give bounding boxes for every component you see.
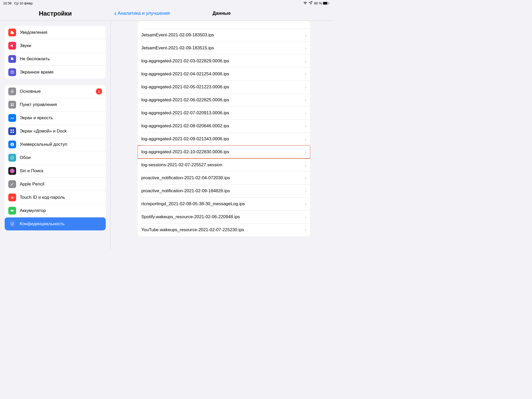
sidebar-item-label: Экранное время [20,70,102,75]
svg-point-4 [12,31,14,32]
log-file-row[interactable]: log-aggregated-2021-02-06-022825.0006.ip… [138,94,310,107]
sidebar-item-home[interactable]: Экран «Домой» и Dock [5,125,106,138]
log-file-row[interactable]: log-aggregated-2021-02-09-021343.0006.ip… [138,132,310,145]
chevron-right-icon: › [305,71,307,77]
log-file-name: log-aggregated-2021-02-06-022825.0006.ip… [141,97,229,103]
log-file-row[interactable]: proactive_notification-2021-02-09-184826… [138,184,310,197]
log-file-row[interactable]: Spotify.wakeups_resource-2021-02-06-2209… [138,210,310,223]
battery-indicator: 80 % [314,1,329,5]
log-file-name: JetsamEvent-2021-02-09-183503.ips [141,32,214,38]
sounds-icon [8,42,16,50]
privacy-icon [8,220,16,228]
chevron-right-icon: › [305,136,307,142]
svg-point-6 [11,91,13,92]
wallpaper-icon [8,154,16,162]
chevron-right-icon: › [305,214,307,220]
chevron-right-icon: › [305,58,307,64]
sidebar-item-notifications[interactable]: Уведомления [5,26,106,39]
back-label: Аналитика и улучшения [118,11,170,16]
log-file-row[interactable]: proactive_notification-2021-02-04-072030… [138,171,310,184]
status-bar: 10:38 Ср 10 февр. 80 % [0,0,332,6]
wifi-icon [303,1,307,5]
sidebar-item-label: Аккумулятор [20,208,102,213]
sidebar-item-sounds[interactable]: Звуки [5,39,106,52]
sidebar-item-label: Touch ID и код-пароль [20,195,102,200]
log-file-row[interactable]: log-sessions-2021-02-07-225527.session› [138,158,310,171]
svg-point-20 [10,169,15,173]
svg-point-8 [12,105,14,106]
screentime-icon [8,68,16,76]
chevron-right-icon: › [305,201,307,207]
siri-icon [8,167,16,175]
log-file-row[interactable]: log-aggregated-2021-02-10-022830.0006.ip… [138,145,310,158]
sidebar-item-label: Звуки [20,43,102,48]
svg-rect-21 [11,210,14,211]
sidebar-item-screentime[interactable]: Экранное время [5,66,106,79]
chevron-right-icon: › [305,175,307,181]
sidebar-item-label: Пункт управления [20,102,102,107]
sidebar-item-touchid[interactable]: Touch ID и код-пароль [5,191,106,204]
sidebar-item-display[interactable]: AAЭкран и яркость [5,111,106,124]
dnd-icon [8,55,16,63]
touchid-icon [8,194,16,201]
chevron-right-icon: › [305,110,307,116]
log-file-name: JetsamEvent-2021-02-08-215846.ips [141,21,214,21]
status-date: Ср 10 февр. [14,1,34,5]
log-file-row[interactable]: log-aggregated-2021-02-04-021254.0006.ip… [138,68,310,81]
log-file-row[interactable]: YouTube.wakeups_resource-2021-02-07-2252… [138,223,310,236]
svg-rect-12 [10,129,12,131]
pencil-icon [8,180,16,188]
back-button[interactable]: ‹ Аналитика и улучшения [114,10,170,17]
sidebar-item-battery[interactable]: Аккумулятор [5,204,106,217]
log-file-name: JetsamEvent-2021-02-09-183515.ips [141,45,214,51]
sidebar-item-label: Apple Pencil [20,182,102,187]
sidebar-item-siri[interactable]: Siri и Поиск [5,164,106,177]
header: Настройки ‹ Аналитика и улучшения Данные [0,6,332,21]
access-icon [8,141,16,148]
log-file-row[interactable]: log-aggregated-2021-02-08-020646.0002.ip… [138,119,310,132]
sidebar-item-label: Основные [20,89,96,94]
log-file-row[interactable]: JetsamEvent-2021-02-08-215846.ips› [138,21,310,29]
log-file-name: Spotify.wakeups_resource-2021-02-06-2209… [141,214,240,220]
location-icon [309,1,312,5]
log-file-row[interactable]: JetsamEvent-2021-02-09-183503.ips› [138,29,310,42]
analytics-data-list: JetsamEvent-2021-02-08-215846.ips›Jetsam… [138,21,310,236]
chevron-right-icon: › [305,227,307,233]
svg-point-19 [12,157,13,158]
sidebar-item-general[interactable]: Основные1 [5,85,106,98]
log-file-name: log-aggregated-2021-02-05-021223.0006.ip… [141,84,229,90]
battery-icon [8,207,16,215]
sidebar-item-label: Уведомления [20,30,102,35]
sidebar-item-wallpaper[interactable]: Обои [5,151,106,164]
home-icon [8,127,16,135]
log-file-row[interactable]: log-aggregated-2021-02-03-022829.0006.ip… [138,55,310,68]
sidebar-item-control[interactable]: Пункт управления [5,98,106,111]
svg-rect-10 [11,105,12,106]
content-pane[interactable]: JetsamEvent-2021-02-08-215846.ips›Jetsam… [111,21,332,249]
svg-rect-15 [13,132,14,133]
chevron-right-icon: › [305,84,307,90]
log-file-name: rtcreportingd_2021-02-08-05-38-30_messag… [141,201,245,207]
log-file-row[interactable]: JetsamEvent-2021-02-09-183515.ips› [138,42,310,55]
log-file-name: proactive_notification-2021-02-09-184826… [141,188,230,194]
chevron-right-icon: › [305,45,307,51]
sidebar-item-dnd[interactable]: Не беспокоить [5,52,106,65]
log-file-name: log-aggregated-2021-02-09-021343.0006.ip… [141,136,229,142]
svg-rect-22 [14,210,14,211]
sidebar-item-access[interactable]: Универсальный доступ [5,138,106,151]
sidebar-item-label: Обои [20,155,102,160]
control-icon [8,101,16,109]
chevron-right-icon: › [305,123,307,129]
sidebar-item-privacy[interactable]: Конфиденциальность [5,217,106,230]
sidebar[interactable]: УведомленияЗвукиНе беспокоитьЭкранное вр… [0,21,111,249]
sidebar-item-label: Экран «Домой» и Dock [20,129,102,134]
svg-point-7 [11,103,12,105]
log-file-name: log-aggregated-2021-02-08-020646.0002.ip… [141,123,229,129]
notifications-icon [8,29,16,36]
log-file-row[interactable]: rtcreportingd_2021-02-08-05-38-30_messag… [138,197,310,210]
log-file-row[interactable]: log-aggregated-2021-02-07-020913.0006.ip… [138,107,310,119]
log-file-row[interactable]: log-aggregated-2021-02-05-021223.0006.ip… [138,81,310,94]
svg-rect-2 [329,3,329,4]
log-file-name: log-aggregated-2021-02-10-022830.0006.ip… [141,149,229,155]
sidebar-item-pencil[interactable]: Apple Pencil [5,178,106,191]
